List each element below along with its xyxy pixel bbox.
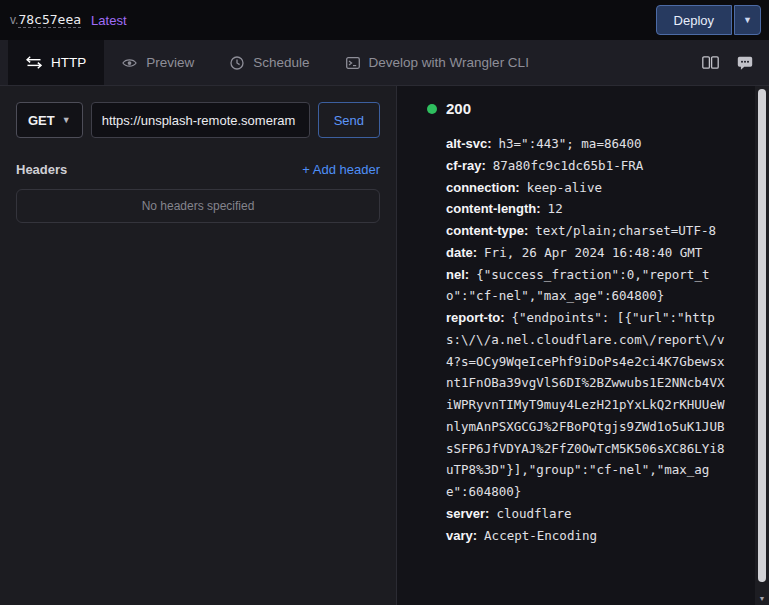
main-content: GET ▼ Send Headers + Add header No heade… (0, 86, 769, 605)
tab-bar: HTTP Preview Schedule Develop with Wrang… (0, 40, 769, 86)
deploy-split-button: Deploy ▼ (656, 5, 761, 35)
response-header-key: connection (446, 180, 520, 195)
send-button[interactable]: Send (318, 102, 380, 138)
response-header-row: servercloudflare (446, 503, 727, 525)
headers-title: Headers (16, 162, 67, 177)
split-view-icon[interactable] (702, 56, 719, 69)
response-header-key: date (446, 245, 477, 260)
response-header-row: dateFri, 26 Apr 2024 16:48:40 GMT (446, 242, 727, 264)
response-header-key: cf-ray (446, 158, 486, 173)
version-indicator[interactable]: v. 78c57eea (10, 12, 81, 28)
response-header-key: nel (446, 267, 469, 282)
response-panel: 200 alt-svch3=":443"; ma=86400 cf-ray87a… (397, 86, 769, 605)
response-header-row: alt-svch3=":443"; ma=86400 (446, 133, 727, 155)
http-method-label: GET (28, 113, 55, 128)
chevron-down-icon: ▼ (759, 595, 766, 602)
response-header-key: report-to (446, 310, 505, 325)
scrollbar-thumb[interactable] (758, 89, 766, 582)
response-headers-list: alt-svch3=":443"; ma=86400 cf-ray87a80fc… (446, 133, 743, 546)
version-prefix: v. (10, 13, 18, 27)
response-header-key: server (446, 506, 489, 521)
response-header-value: 12 (548, 201, 563, 216)
response-header-key: content-type (446, 223, 528, 238)
response-header-value: {"success_fraction":0,"report_to":"cf-ne… (446, 267, 709, 304)
scrollbar-down-arrow[interactable]: ▼ (755, 591, 769, 605)
tab-wrangler-cli[interactable]: Develop with Wrangler CLI (328, 40, 547, 85)
version-hash[interactable]: 78c57eea (18, 12, 81, 28)
response-header-key: alt-svc (446, 136, 492, 151)
tab-wrangler-cli-label: Develop with Wrangler CLI (369, 55, 529, 70)
add-header-link[interactable]: + Add header (302, 162, 380, 177)
feedback-chat-icon[interactable] (737, 56, 753, 70)
response-header-row: nel{"success_fraction":0,"report_to":"cf… (446, 264, 727, 308)
tab-preview[interactable]: Preview (104, 40, 212, 85)
request-panel: GET ▼ Send Headers + Add header No heade… (0, 86, 397, 605)
response-header-row: content-length12 (446, 198, 727, 220)
tab-http[interactable]: HTTP (8, 40, 104, 85)
response-header-row: cf-ray87a80fc9c1dc65b1-FRA (446, 155, 727, 177)
request-headers-section-header: Headers + Add header (16, 162, 380, 177)
response-header-row: content-typetext/plain;charset=UTF-8 (446, 220, 727, 242)
request-url-input[interactable] (91, 102, 310, 138)
top-bar: v. 78c57eea Latest Deploy ▼ (0, 0, 769, 40)
response-header-value: {"endpoints": [{"url":"https:\/\/a.nel.c… (446, 310, 724, 499)
response-header-row: varyAccept-Encoding (446, 525, 727, 547)
tab-schedule[interactable]: Schedule (212, 40, 327, 85)
response-header-value: text/plain;charset=UTF-8 (535, 223, 716, 238)
response-header-key: vary (446, 528, 477, 543)
request-row: GET ▼ Send (16, 102, 380, 138)
tab-http-label: HTTP (51, 55, 86, 70)
eye-icon (122, 57, 137, 69)
tab-bar-actions (702, 40, 769, 85)
response-status-code: 200 (446, 100, 471, 117)
response-scrollbar[interactable]: ▼ (755, 86, 769, 605)
response-header-value: Accept-Encoding (484, 528, 597, 543)
http-method-select[interactable]: GET ▼ (16, 102, 83, 138)
deploy-button[interactable]: Deploy (656, 5, 732, 35)
response-header-value: Fri, 26 Apr 2024 16:48:40 GMT (484, 245, 702, 260)
clock-icon (230, 56, 244, 70)
green-dot-icon (427, 104, 437, 114)
no-headers-placeholder: No headers specified (16, 189, 380, 223)
latest-badge[interactable]: Latest (91, 13, 126, 28)
workers-playground-window: v. 78c57eea Latest Deploy ▼ HTTP Preview (0, 0, 769, 605)
response-header-value: keep-alive (527, 180, 602, 195)
response-header-row: connectionkeep-alive (446, 177, 727, 199)
swap-arrows-icon (26, 56, 42, 69)
response-header-value: cloudflare (496, 506, 571, 521)
response-header-row: report-to{"endpoints": [{"url":"https:\/… (446, 307, 727, 503)
response-header-key: content-length (446, 201, 541, 216)
response-header-value: 87a80fc9c1dc65b1-FRA (493, 158, 644, 173)
tab-schedule-label: Schedule (253, 55, 309, 70)
response-header-value: h3=":443"; ma=86400 (499, 136, 642, 151)
chevron-down-icon: ▼ (62, 116, 71, 125)
terminal-icon (346, 57, 360, 69)
tab-preview-label: Preview (146, 55, 194, 70)
response-status-row: 200 (427, 100, 743, 117)
no-headers-text: No headers specified (142, 199, 255, 213)
deploy-dropdown-button[interactable]: ▼ (734, 5, 761, 35)
chevron-down-icon: ▼ (743, 15, 752, 25)
